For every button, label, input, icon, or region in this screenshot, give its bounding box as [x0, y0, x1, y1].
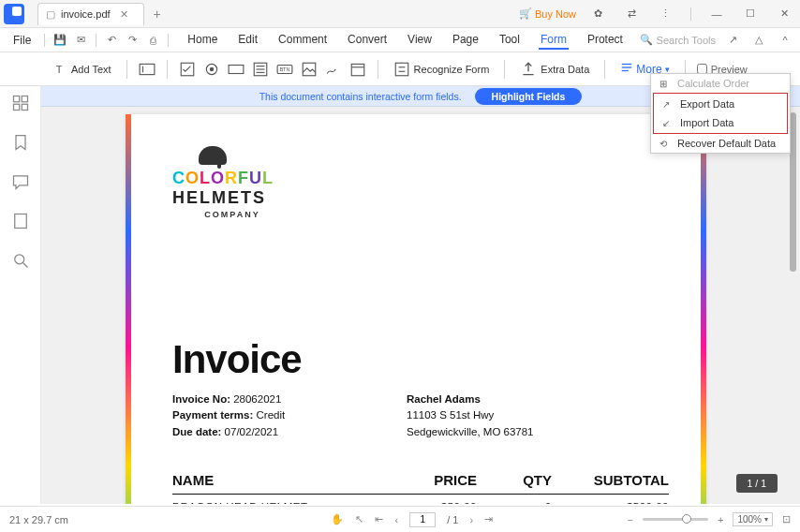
new-tab-button[interactable]: + [154, 7, 161, 22]
tab-page[interactable]: Page [451, 31, 481, 50]
banner-text: This document contains interactive form … [259, 91, 462, 102]
select-tool-icon[interactable]: ↖ [355, 513, 363, 525]
extra-data-button[interactable]: Extra Data [516, 58, 593, 81]
chevron-down-icon: ▾ [665, 65, 670, 74]
invoice-title: Invoice [172, 337, 302, 382]
gift-icon[interactable]: ✿ [585, 5, 610, 23]
search-icon: 🔍 [640, 34, 653, 46]
invoice-meta-left: Invoice No: 28062021 Payment terms: Cred… [172, 392, 285, 440]
svg-rect-22 [22, 96, 27, 102]
attachments-icon[interactable] [11, 212, 30, 230]
zoom-slider[interactable] [643, 518, 708, 521]
close-window-button[interactable]: ✕ [772, 5, 796, 23]
zoom-dropdown[interactable]: 100% ▾ [733, 512, 773, 526]
comments-icon[interactable] [11, 172, 30, 191]
share-icon[interactable]: ⇄ [619, 5, 644, 23]
date-form-icon[interactable] [349, 61, 366, 78]
import-icon: ↙ [659, 116, 673, 129]
import-data-item[interactable]: ↙ Import Data [654, 113, 787, 132]
page-number-input[interactable] [409, 512, 436, 527]
tab-protect[interactable]: Protect [585, 31, 625, 50]
tab-tool[interactable]: Tool [497, 31, 522, 50]
checkbox-form-icon[interactable] [179, 61, 196, 78]
tab-view[interactable]: View [406, 31, 434, 50]
invoice-table: NAME PRICE QTY SUBTOTAL DRAGON HEAD HELM… [172, 472, 669, 504]
tab-form[interactable]: Form [539, 31, 569, 50]
textfield-form-icon[interactable] [139, 61, 156, 78]
close-tab-icon[interactable]: ✕ [120, 8, 128, 21]
save-icon[interactable]: 💾 [51, 31, 69, 50]
tab-home[interactable]: Home [185, 31, 219, 50]
radio-form-icon[interactable] [203, 61, 220, 78]
list-form-icon[interactable] [252, 61, 269, 78]
last-page-icon[interactable]: ⇥ [484, 513, 493, 525]
export-data-item[interactable]: ↗ Export Data [654, 95, 787, 113]
svg-rect-5 [229, 65, 244, 73]
open-external-icon[interactable]: ↗ [723, 31, 742, 50]
search-tools[interactable]: 🔍 Search Tools [640, 34, 716, 46]
file-menu[interactable]: File [6, 31, 38, 50]
svg-rect-0 [140, 64, 155, 74]
prev-page-icon[interactable]: ‹ [394, 514, 398, 525]
more-icon [620, 61, 633, 77]
upload-icon [520, 61, 537, 78]
helmet-icon [199, 146, 227, 165]
document-tab[interactable]: ▢ invoice.pdf ✕ [37, 3, 144, 25]
zoom-in-icon[interactable]: + [718, 514, 723, 525]
undo-icon[interactable]: ↶ [102, 31, 121, 50]
search-panel-icon[interactable] [11, 251, 30, 270]
page-dimensions: 21 x 29.7 cm [9, 514, 197, 525]
mail-icon[interactable]: ✉ [71, 31, 90, 50]
menu-tabs: Home Edit Comment Convert View Page Tool… [185, 31, 625, 50]
buy-now-link[interactable]: 🛒 Buy Now [519, 7, 576, 20]
highlight-fields-button[interactable]: Highlight Fields [475, 88, 583, 105]
svg-rect-24 [22, 104, 27, 110]
collapse-ribbon-icon[interactable]: ^ [776, 31, 794, 50]
calc-icon: ⊞ [657, 77, 670, 90]
menu-dots-icon[interactable]: ⋮ [653, 5, 677, 23]
title-bar: ▢ invoice.pdf ✕ + 🛒 Buy Now ✿ ⇄ ⋮ — ☐ ✕ [0, 0, 800, 28]
svg-rect-21 [13, 96, 19, 102]
recover-default-item[interactable]: ⟲ Recover Default Data [651, 134, 790, 153]
signature-form-icon[interactable] [325, 61, 342, 78]
zoom-slider-thumb[interactable] [682, 514, 691, 524]
logo-colorful: COLORFUL [172, 169, 292, 188]
print-icon[interactable]: ⎙ [143, 31, 162, 50]
zoom-out-icon[interactable]: − [628, 514, 633, 525]
bookmarks-icon[interactable] [11, 133, 30, 152]
next-page-icon[interactable]: › [469, 514, 473, 525]
export-icon: ↗ [659, 97, 673, 111]
maximize-button[interactable]: ☐ [738, 5, 763, 23]
cart-icon: 🛒 [519, 7, 532, 20]
page-total: / 1 [447, 514, 458, 525]
tab-edit[interactable]: Edit [236, 31, 259, 50]
app-logo [0, 0, 28, 28]
pdf-icon: ▢ [46, 8, 55, 21]
minimize-button[interactable]: — [704, 5, 729, 23]
hand-tool-icon[interactable]: ✋ [331, 513, 344, 525]
combo-form-icon[interactable] [228, 61, 244, 78]
recover-icon: ⟲ [657, 137, 670, 150]
svg-point-4 [209, 66, 214, 71]
pdf-page: COLORFUL HELMETS COMPANY Invoice Invoice… [126, 114, 706, 504]
button-form-icon[interactable]: BTN [276, 61, 293, 78]
vertical-scrollbar[interactable] [790, 112, 797, 496]
table-header: NAME PRICE QTY SUBTOTAL [172, 472, 669, 495]
svg-rect-25 [14, 214, 26, 229]
redo-icon[interactable]: ↷ [123, 31, 141, 50]
tab-strip: ▢ invoice.pdf ✕ + [37, 3, 161, 25]
highlighted-items: ↗ Export Data ↙ Import Data [653, 93, 788, 134]
recognize-form-button[interactable]: Recognize Form [390, 58, 494, 81]
cloud-icon[interactable]: △ [749, 31, 768, 50]
tab-convert[interactable]: Convert [346, 31, 389, 50]
first-page-icon[interactable]: ⇤ [375, 513, 383, 525]
tab-comment[interactable]: Comment [276, 31, 329, 50]
add-text-button[interactable]: T Add Text [47, 58, 115, 81]
svg-line-27 [22, 263, 27, 268]
left-sidebar [0, 86, 41, 504]
image-form-icon[interactable] [301, 61, 318, 78]
scrollbar-thumb[interactable] [790, 112, 796, 272]
svg-rect-13 [351, 64, 364, 75]
fit-page-icon[interactable]: ⊡ [782, 513, 791, 525]
thumbnails-icon[interactable] [11, 94, 30, 112]
